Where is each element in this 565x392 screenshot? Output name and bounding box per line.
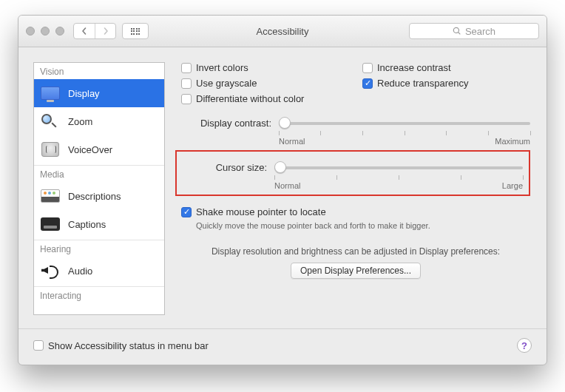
window-footer: Show Accessibility status in menu bar ? — [18, 328, 547, 365]
checkbox-differentiate-without-color[interactable]: Differentiate without color — [181, 93, 530, 104]
checkbox-icon — [33, 340, 44, 351]
preferences-window: Accessibility Search Vision Display Zoom — [18, 15, 547, 365]
shake-hint-text: Quickly move the mouse pointer back and … — [196, 221, 530, 230]
display-contrast-row: Display contrast: Normal Maximum — [181, 116, 530, 146]
slider-ticks — [279, 131, 530, 135]
slider-knob-icon[interactable] — [279, 117, 291, 129]
slider-knob-icon[interactable] — [274, 161, 286, 173]
audio-icon — [40, 263, 61, 279]
checkbox-label: Shake mouse pointer to locate — [196, 206, 326, 217]
question-icon: ? — [521, 340, 527, 351]
sidebar-item-audio[interactable]: Audio — [34, 257, 164, 285]
sidebar-item-label: Captions — [68, 219, 106, 230]
sidebar-item-zoom[interactable]: Zoom — [34, 107, 164, 135]
checkbox-icon — [181, 94, 192, 104]
checkbox-use-grayscale[interactable]: Use grayscale — [181, 78, 349, 89]
checkbox-icon — [181, 78, 192, 89]
slider-max-label: Large — [502, 181, 523, 190]
captions-icon — [40, 216, 61, 232]
chevron-right-icon — [102, 27, 109, 35]
display-icon — [40, 85, 61, 101]
checkbox-increase-contrast[interactable]: Increase contrast — [362, 62, 530, 73]
sidebar-item-captions[interactable]: Captions — [34, 210, 164, 238]
sidebar-item-descriptions[interactable]: Descriptions — [34, 182, 164, 210]
back-button[interactable] — [74, 24, 95, 38]
chevron-left-icon — [81, 27, 88, 35]
sidebar-item-label: Display — [68, 88, 100, 99]
checkbox-reduce-transparency[interactable]: ✓ Reduce transparency — [362, 78, 530, 89]
cursor-size-highlight: Cursor size: Normal Large — [175, 150, 530, 196]
cursor-size-row: Cursor size: Normal Large — [183, 160, 523, 190]
checkbox-icon: ✓ — [362, 78, 373, 89]
display-contrast-label: Display contrast: — [181, 116, 279, 129]
checkbox-show-status-menubar[interactable]: Show Accessibility status in menu bar — [33, 340, 209, 351]
checkbox-label: Differentiate without color — [196, 93, 304, 104]
sidebar-cat-interacting: Interacting — [34, 286, 164, 303]
forward-button[interactable] — [95, 24, 115, 38]
zoom-window-icon[interactable] — [55, 27, 64, 36]
sidebar-cat-hearing: Hearing — [34, 240, 164, 257]
close-window-icon[interactable] — [26, 27, 35, 36]
window-controls — [26, 27, 64, 36]
checkbox-icon — [362, 63, 373, 73]
note-text: Display resolution and brightness can be… — [181, 246, 530, 257]
zoom-icon — [40, 113, 61, 129]
sidebar-item-voiceover[interactable]: VoiceOver — [34, 135, 164, 163]
sidebar-item-display[interactable]: Display — [34, 79, 164, 107]
checkbox-label: Reduce transparency — [377, 78, 469, 89]
show-all-button[interactable] — [122, 23, 149, 39]
slider-min-label: Normal — [279, 137, 305, 146]
checkbox-label: Show Accessibility status in menu bar — [48, 340, 209, 351]
slider-ticks — [274, 175, 523, 180]
open-display-preferences-button[interactable]: Open Display Preferences... — [291, 263, 421, 279]
slider-min-label: Normal — [274, 181, 300, 190]
checkbox-label: Increase contrast — [377, 62, 451, 73]
minimize-window-icon[interactable] — [41, 27, 50, 36]
sidebar-item-label: Zoom — [68, 116, 92, 127]
shake-to-locate-section: ✓ Shake mouse pointer to locate Quickly … — [181, 206, 530, 230]
checkbox-label: Use grayscale — [196, 78, 257, 89]
search-icon — [453, 27, 461, 36]
grid-icon — [131, 28, 141, 35]
help-button[interactable]: ? — [517, 338, 532, 353]
sidebar-item-label: Descriptions — [68, 191, 121, 202]
checkbox-icon: ✓ — [181, 207, 192, 217]
search-placeholder: Search — [465, 26, 495, 37]
checkbox-shake-to-locate[interactable]: ✓ Shake mouse pointer to locate — [181, 206, 530, 217]
cursor-size-label: Cursor size: — [183, 160, 274, 173]
slider-max-label: Maximum — [495, 137, 530, 146]
category-sidebar[interactable]: Vision Display Zoom VoiceOver Media Desc… — [33, 62, 165, 315]
sidebar-cat-media: Media — [34, 165, 164, 182]
checkbox-icon — [181, 63, 192, 73]
checkbox-label: Invert colors — [196, 62, 248, 73]
display-prefs-note: Display resolution and brightness can be… — [181, 246, 530, 279]
cursor-size-slider[interactable] — [274, 160, 523, 175]
voiceover-icon — [40, 141, 61, 158]
display-contrast-slider[interactable] — [279, 116, 530, 131]
settings-pane: Invert colors Increase contrast Use gray… — [165, 62, 532, 318]
checkbox-invert-colors[interactable]: Invert colors — [181, 62, 349, 73]
search-field[interactable]: Search — [409, 23, 539, 39]
sidebar-cat-vision: Vision — [34, 63, 164, 79]
sidebar-item-label: VoiceOver — [68, 144, 112, 155]
descriptions-icon — [40, 188, 61, 204]
nav-buttons — [73, 23, 116, 39]
titlebar: Accessibility Search — [18, 16, 547, 47]
sidebar-item-label: Audio — [68, 266, 92, 277]
